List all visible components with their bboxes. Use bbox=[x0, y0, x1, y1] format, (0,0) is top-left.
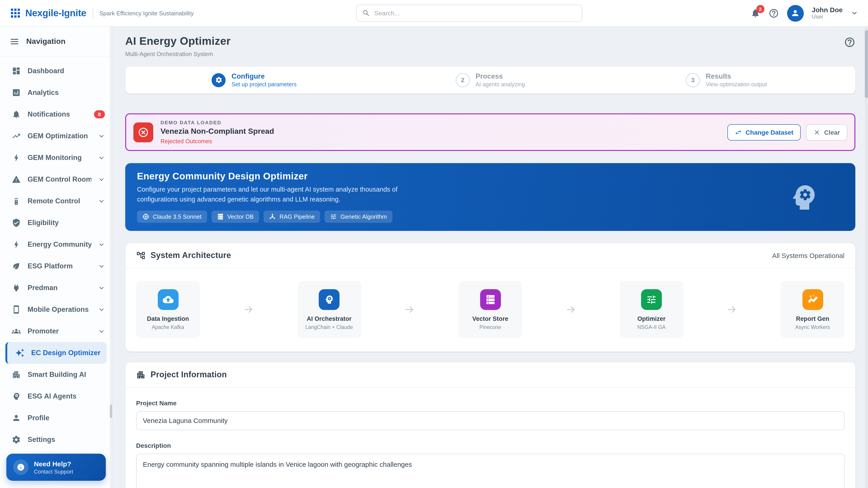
step-1-circle bbox=[212, 73, 226, 87]
chip-genetic-algorithm: Genetic Algorithm bbox=[325, 210, 393, 223]
sidebar-item-label: ESG AI Agents bbox=[28, 392, 105, 400]
user-meta[interactable]: John Doe User bbox=[812, 6, 843, 20]
sliders-icon bbox=[641, 289, 662, 310]
sidebar-scrollbar[interactable] bbox=[110, 27, 112, 488]
banner-title: Venezia Non-Compliant Spread bbox=[160, 127, 274, 136]
sidebar-item-smart-building-ai[interactable]: Smart Building AI bbox=[0, 364, 112, 385]
trend-sparkle-icon bbox=[802, 289, 823, 310]
arrow-right-icon bbox=[565, 304, 577, 315]
description-textarea[interactable]: Energy community spanning multiple islan… bbox=[136, 453, 844, 488]
rejected-icon bbox=[133, 122, 153, 142]
project-information-card: Project Information Project Name Descrip… bbox=[125, 362, 855, 488]
flow-tree-icon bbox=[136, 251, 146, 260]
need-help-card[interactable]: Need Help? Contact Support bbox=[6, 454, 106, 481]
chip-label: RAG Pipeline bbox=[279, 213, 315, 220]
chevron-down-icon bbox=[98, 328, 105, 335]
sidebar-item-predman[interactable]: Predman bbox=[0, 277, 112, 299]
chevron-down-icon bbox=[98, 306, 105, 313]
chevron-down-icon[interactable] bbox=[851, 9, 858, 17]
sidebar-item-label: Energy Community bbox=[28, 240, 91, 249]
ai-head-icon bbox=[12, 392, 21, 401]
step-label: Configure bbox=[232, 72, 297, 80]
chip-label: Claude 3.5 Sonnet bbox=[153, 213, 202, 220]
sidebar-item-dashboard[interactable]: Dashboard bbox=[0, 60, 112, 82]
ai-head-icon bbox=[319, 289, 340, 310]
ai-head-icon bbox=[787, 181, 820, 214]
chip-vector-db: Vector DB bbox=[211, 210, 259, 223]
notification-badge: 2 bbox=[756, 5, 764, 13]
sidebar-item-settings[interactable]: Settings bbox=[0, 429, 112, 449]
chevron-down-icon bbox=[98, 198, 105, 204]
notifications-count-badge: 8 bbox=[94, 110, 105, 119]
sidebar-item-esg-platform[interactable]: ESG Platform bbox=[0, 255, 112, 277]
app-window: Nexgile-Ignite Spark Efficiency Ignite S… bbox=[0, 0, 868, 488]
sidebar-item-label: EC Design Optimizer bbox=[31, 349, 102, 357]
chevron-down-icon bbox=[98, 285, 105, 291]
page-scrollbar-thumb[interactable] bbox=[865, 30, 868, 98]
sidebar-item-esg-ai-agents[interactable]: ESG AI Agents bbox=[0, 385, 112, 407]
hero-chips: Claude 3.5 Sonnet Vector DB RAG Pipeline… bbox=[137, 210, 844, 223]
clear-button[interactable]: Clear bbox=[806, 124, 847, 140]
sidebar-item-label: GEM Monitoring bbox=[28, 154, 91, 162]
sidebar-item-promoter[interactable]: Promoter bbox=[0, 320, 112, 342]
chip-claude: Claude 3.5 Sonnet bbox=[137, 210, 207, 223]
sidebar-item-gem-monitoring[interactable]: GEM Monitoring bbox=[0, 147, 112, 168]
architecture-flow: Data Ingestion Apache Kafka AI Orchestra… bbox=[125, 268, 855, 351]
node-optimizer: Optimizer NSGA-II GA bbox=[620, 281, 683, 338]
sidebar-item-label: Mobile Operations bbox=[28, 305, 91, 314]
node-vector-store: Vector Store Pinecone bbox=[458, 281, 522, 338]
system-architecture-card: System Architecture All Systems Operatio… bbox=[125, 243, 855, 351]
remote-icon bbox=[12, 197, 21, 205]
description-label: Description bbox=[136, 442, 844, 449]
help-card-title: Need Help? bbox=[34, 460, 73, 467]
step-label: Process bbox=[475, 72, 525, 80]
sidebar-title: Navigation bbox=[26, 37, 66, 46]
node-report-gen: Report Gen Async Workers bbox=[781, 281, 844, 338]
network-icon bbox=[269, 213, 276, 220]
sidebar-item-label: Analytics bbox=[28, 89, 105, 97]
node-subtitle: LangChain + Claude bbox=[301, 324, 358, 330]
change-dataset-button[interactable]: Change Dataset bbox=[727, 124, 801, 140]
bolt-icon bbox=[12, 240, 21, 249]
sidebar-scrollbar-thumb[interactable] bbox=[110, 404, 112, 418]
architecture-status: All Systems Operational bbox=[772, 252, 844, 259]
page-scrollbar[interactable] bbox=[865, 27, 868, 488]
analytics-icon bbox=[12, 88, 21, 97]
sidebar-item-gem-control-room[interactable]: GEM Control Room bbox=[0, 168, 112, 190]
node-title: Vector Store bbox=[462, 315, 519, 322]
sidebar-item-energy-community[interactable]: Energy Community bbox=[0, 234, 112, 255]
notifications-button[interactable]: 2 bbox=[750, 8, 760, 18]
sidebar-item-label: Smart Building AI bbox=[28, 370, 105, 379]
chip-label: Vector DB bbox=[227, 213, 254, 220]
sidebar-item-remote-control[interactable]: Remote Control bbox=[0, 190, 112, 212]
step-configure[interactable]: Configure Set up project parameters bbox=[136, 72, 372, 88]
sidebar-item-label: Profile bbox=[28, 414, 105, 422]
sidebar-item-label: GEM Optimization bbox=[28, 132, 91, 140]
top-bar: Nexgile-Ignite Spark Efficiency Ignite S… bbox=[0, 0, 868, 27]
sidebar-item-notifications[interactable]: Notifications 8 bbox=[0, 103, 112, 125]
page-help-icon[interactable] bbox=[844, 37, 855, 48]
brand-tagline: Spark Efficiency Ignite Sustainability bbox=[99, 10, 194, 17]
sidebar-item-analytics[interactable]: Analytics bbox=[0, 82, 112, 103]
sidebar-item-label: Notifications bbox=[28, 110, 87, 119]
project-name-input[interactable] bbox=[136, 411, 844, 430]
sidebar-item-gem-optimization[interactable]: GEM Optimization bbox=[0, 125, 112, 147]
sidebar-item-ec-design-optimizer[interactable]: EC Design Optimizer bbox=[5, 342, 107, 364]
avatar[interactable] bbox=[787, 5, 804, 22]
search-input[interactable] bbox=[374, 9, 577, 17]
brand[interactable]: Nexgile-Ignite Spark Efficiency Ignite S… bbox=[10, 8, 194, 19]
sparkles-icon bbox=[16, 348, 24, 357]
arrow-right-icon bbox=[243, 304, 254, 315]
menu-icon[interactable] bbox=[10, 37, 19, 46]
server-icon bbox=[480, 289, 501, 310]
step-process[interactable]: 2 Process AI agents analyzing bbox=[372, 72, 609, 88]
step-3-circle: 3 bbox=[686, 73, 700, 87]
sidebar-item-profile[interactable]: Profile bbox=[0, 407, 112, 429]
help-icon[interactable] bbox=[768, 8, 779, 18]
sidebar-item-eligibility[interactable]: Eligibility bbox=[0, 212, 112, 234]
building-icon bbox=[136, 370, 146, 379]
chevron-down-icon bbox=[98, 176, 105, 183]
hero-description: Configure your project parameters and le… bbox=[137, 185, 431, 204]
step-results[interactable]: 3 Results View optimization output bbox=[608, 72, 844, 88]
sidebar-item-mobile-operations[interactable]: Mobile Operations bbox=[0, 299, 112, 320]
